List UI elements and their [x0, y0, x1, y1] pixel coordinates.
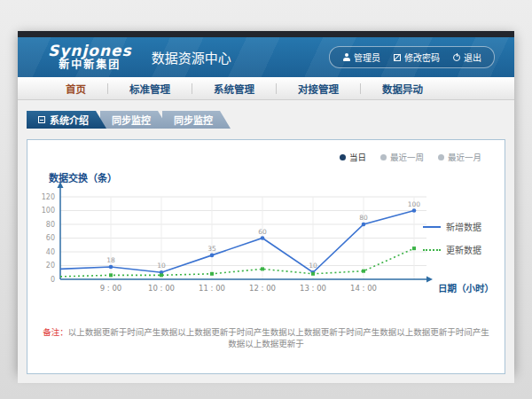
- app-header: Synjones 新中新集团 数据资源中心 管理员 修改密码 退出: [18, 37, 514, 77]
- svg-text:0: 0: [51, 276, 55, 284]
- logout-label: 退出: [464, 51, 481, 64]
- user-toolbar: 管理员 修改密码 退出: [329, 46, 495, 68]
- svg-text:60: 60: [46, 234, 55, 242]
- nav-item-system-mgmt[interactable]: 系统管理: [192, 82, 276, 96]
- svg-text:10: 10: [309, 262, 317, 270]
- tab-sync-monitor-2[interactable]: 同步监控: [162, 111, 231, 129]
- nav-item-data-change[interactable]: 数据异动: [361, 82, 444, 96]
- nav-item-connect-mgmt[interactable]: 对接管理: [277, 82, 360, 96]
- footnote-label: 备注：: [43, 327, 68, 337]
- tab-bar: 系统介绍 同步监控 同步监控: [27, 111, 514, 129]
- logout-button[interactable]: 退出: [453, 51, 481, 64]
- brand-logo-sub: 新中新集团: [48, 59, 132, 72]
- tab-sync-monitor-1[interactable]: 同步监控: [100, 111, 168, 129]
- tab-label: 系统介绍: [50, 113, 89, 127]
- desktop-background: Synjones 新中新集团 数据资源中心 管理员 修改密码 退出: [0, 0, 532, 399]
- svg-text:60: 60: [258, 228, 267, 236]
- brand-logo[interactable]: Synjones 新中新集团: [48, 43, 132, 72]
- footnote: 备注：以上数据更新于时间产生数据以上数据更新于时间产生数据以上数据更新于时间产生…: [27, 326, 505, 350]
- window-top-strip: [18, 31, 514, 37]
- content-area: 系统介绍 同步监控 同步监控 当日 最近一周: [18, 111, 514, 383]
- app-window: Synjones 新中新集团 数据资源中心 管理员 修改密码 退出: [18, 31, 514, 372]
- nav-item-home[interactable]: 首页: [44, 82, 107, 96]
- legend-item-update-data[interactable]: 更新数据: [423, 243, 481, 256]
- nav-item-standard-mgmt[interactable]: 标准管理: [108, 82, 192, 96]
- svg-text:100: 100: [42, 207, 55, 215]
- current-user[interactable]: 管理员: [342, 51, 380, 64]
- radio-dot-icon: [438, 154, 444, 160]
- line-sample-dotted-icon: [423, 249, 441, 251]
- svg-text:9 : 00: 9 : 00: [100, 284, 122, 293]
- filter-label: 最近一周: [390, 151, 424, 163]
- svg-text:120: 120: [42, 193, 55, 201]
- svg-text:35: 35: [207, 245, 216, 253]
- range-filter-group: 当日 最近一周 最近一月: [340, 151, 481, 163]
- svg-text:80: 80: [359, 214, 368, 222]
- svg-text:40: 40: [46, 248, 55, 256]
- radio-dot-icon: [340, 154, 346, 160]
- svg-text:80: 80: [46, 221, 55, 229]
- chart-legend: 新增数据 更新数据: [423, 220, 481, 256]
- tab-label: 同步监控: [174, 113, 213, 127]
- svg-text:12 : 00: 12 : 00: [249, 284, 276, 293]
- user-icon: [342, 53, 350, 61]
- current-user-label: 管理员: [354, 51, 380, 64]
- document-icon: [38, 116, 45, 123]
- change-password-button[interactable]: 修改密码: [394, 51, 440, 64]
- svg-text:100: 100: [408, 200, 421, 208]
- brand-logo-name: Synjones: [48, 43, 132, 60]
- tab-label: 同步监控: [112, 113, 151, 127]
- footnote-text: 以上数据更新于时间产生数据以上数据更新于时间产生数据以上数据更新于时间产生数据以…: [68, 327, 489, 348]
- svg-text:14 : 00: 14 : 00: [350, 284, 377, 293]
- edit-icon: [394, 54, 401, 61]
- tab-system-intro[interactable]: 系统介绍: [27, 111, 106, 129]
- filter-last-week[interactable]: 最近一周: [380, 151, 424, 163]
- svg-text:11 : 00: 11 : 00: [199, 284, 225, 293]
- svg-text:18: 18: [106, 256, 115, 264]
- filter-today[interactable]: 当日: [340, 151, 366, 163]
- svg-text:日期（小时）: 日期（小时）: [438, 283, 494, 293]
- legend-item-new-data[interactable]: 新增数据: [423, 220, 481, 233]
- change-password-label: 修改密码: [404, 51, 440, 64]
- svg-text:20: 20: [46, 262, 55, 270]
- line-sample-solid-icon: [423, 226, 441, 228]
- filter-last-month[interactable]: 最近一月: [438, 151, 481, 163]
- svg-text:10: 10: [157, 262, 166, 270]
- radio-dot-icon: [380, 154, 387, 160]
- svg-text:10 : 00: 10 : 00: [148, 284, 175, 293]
- main-nav: 首页 标准管理 系统管理 对接管理 数据异动: [18, 77, 514, 100]
- legend-label: 新增数据: [446, 220, 481, 233]
- app-title: 数据资源中心: [152, 48, 231, 66]
- filter-label: 当日: [349, 151, 366, 163]
- logout-icon: [453, 54, 460, 61]
- filter-label: 最近一月: [448, 151, 481, 163]
- legend-label: 更新数据: [446, 243, 481, 256]
- svg-text:13 : 00: 13 : 00: [300, 284, 326, 293]
- content-panel: 当日 最近一周 最近一月 数据交换（条） 0204060801001209 : …: [27, 139, 505, 374]
